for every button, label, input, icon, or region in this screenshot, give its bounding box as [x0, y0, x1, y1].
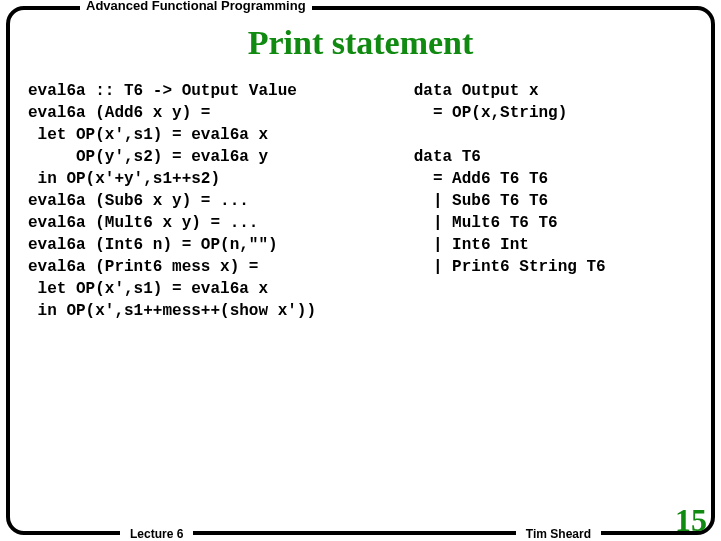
right-column: data Output x = OP(x,String) data T6 = A… — [414, 80, 693, 322]
author-label: Tim Sheard — [516, 527, 601, 541]
slide-frame: Advanced Functional Programming Print st… — [6, 6, 715, 535]
course-header: Advanced Functional Programming — [80, 0, 312, 13]
lecture-label: Lecture 6 — [120, 527, 193, 541]
footer: Lecture 6 Tim Sheard — [10, 521, 711, 541]
code-block-left: eval6a :: T6 -> Output Value eval6a (Add… — [28, 80, 414, 322]
page-number: 15 — [675, 502, 707, 539]
left-column: eval6a :: T6 -> Output Value eval6a (Add… — [28, 80, 414, 322]
content-area: eval6a :: T6 -> Output Value eval6a (Add… — [10, 80, 711, 322]
slide-title: Print statement — [10, 24, 711, 62]
code-block-right: data Output x = OP(x,String) data T6 = A… — [414, 80, 693, 278]
